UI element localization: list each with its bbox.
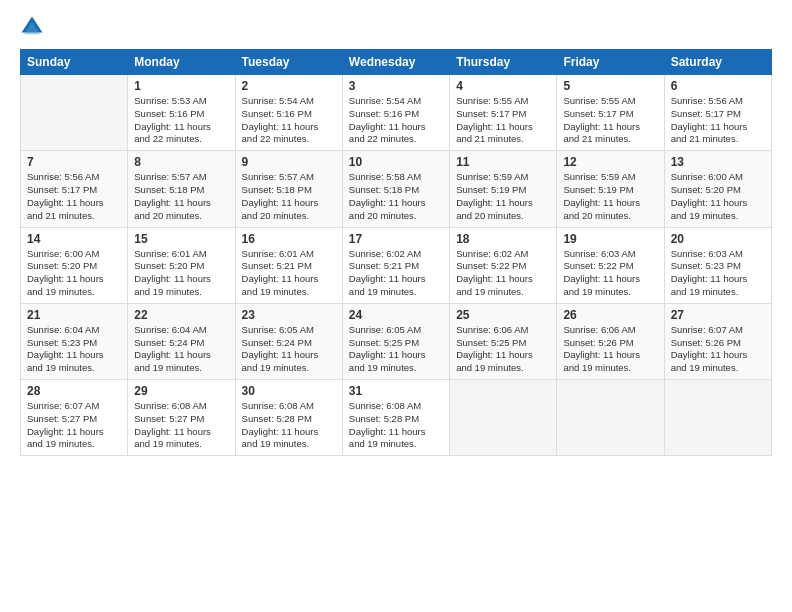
- day-info: Sunrise: 5:55 AM Sunset: 5:17 PM Dayligh…: [456, 95, 550, 146]
- calendar-week-row: 14Sunrise: 6:00 AM Sunset: 5:20 PM Dayli…: [21, 227, 772, 303]
- weekday-header: Thursday: [450, 50, 557, 75]
- day-number: 2: [242, 79, 336, 93]
- day-info: Sunrise: 6:02 AM Sunset: 5:22 PM Dayligh…: [456, 248, 550, 299]
- day-info: Sunrise: 6:01 AM Sunset: 5:20 PM Dayligh…: [134, 248, 228, 299]
- calendar-day-cell: 5Sunrise: 5:55 AM Sunset: 5:17 PM Daylig…: [557, 75, 664, 151]
- calendar-day-cell: [664, 380, 771, 456]
- day-number: 24: [349, 308, 443, 322]
- weekday-header: Friday: [557, 50, 664, 75]
- day-info: Sunrise: 6:04 AM Sunset: 5:23 PM Dayligh…: [27, 324, 121, 375]
- day-number: 3: [349, 79, 443, 93]
- calendar-day-cell: 24Sunrise: 6:05 AM Sunset: 5:25 PM Dayli…: [342, 303, 449, 379]
- calendar-day-cell: 29Sunrise: 6:08 AM Sunset: 5:27 PM Dayli…: [128, 380, 235, 456]
- calendar-day-cell: 25Sunrise: 6:06 AM Sunset: 5:25 PM Dayli…: [450, 303, 557, 379]
- day-number: 1: [134, 79, 228, 93]
- day-info: Sunrise: 5:57 AM Sunset: 5:18 PM Dayligh…: [134, 171, 228, 222]
- day-info: Sunrise: 6:01 AM Sunset: 5:21 PM Dayligh…: [242, 248, 336, 299]
- day-info: Sunrise: 6:08 AM Sunset: 5:28 PM Dayligh…: [242, 400, 336, 451]
- day-info: Sunrise: 6:03 AM Sunset: 5:22 PM Dayligh…: [563, 248, 657, 299]
- day-info: Sunrise: 6:07 AM Sunset: 5:26 PM Dayligh…: [671, 324, 765, 375]
- calendar-day-cell: 20Sunrise: 6:03 AM Sunset: 5:23 PM Dayli…: [664, 227, 771, 303]
- day-number: 12: [563, 155, 657, 169]
- weekday-header: Monday: [128, 50, 235, 75]
- weekday-header: Tuesday: [235, 50, 342, 75]
- day-info: Sunrise: 6:04 AM Sunset: 5:24 PM Dayligh…: [134, 324, 228, 375]
- calendar-day-cell: [21, 75, 128, 151]
- calendar-day-cell: 27Sunrise: 6:07 AM Sunset: 5:26 PM Dayli…: [664, 303, 771, 379]
- day-info: Sunrise: 5:54 AM Sunset: 5:16 PM Dayligh…: [349, 95, 443, 146]
- day-info: Sunrise: 6:05 AM Sunset: 5:25 PM Dayligh…: [349, 324, 443, 375]
- calendar-day-cell: 8Sunrise: 5:57 AM Sunset: 5:18 PM Daylig…: [128, 151, 235, 227]
- day-info: Sunrise: 5:56 AM Sunset: 5:17 PM Dayligh…: [671, 95, 765, 146]
- day-number: 7: [27, 155, 121, 169]
- calendar-day-cell: 12Sunrise: 5:59 AM Sunset: 5:19 PM Dayli…: [557, 151, 664, 227]
- day-number: 27: [671, 308, 765, 322]
- day-info: Sunrise: 5:59 AM Sunset: 5:19 PM Dayligh…: [456, 171, 550, 222]
- calendar-day-cell: 26Sunrise: 6:06 AM Sunset: 5:26 PM Dayli…: [557, 303, 664, 379]
- calendar-day-cell: 17Sunrise: 6:02 AM Sunset: 5:21 PM Dayli…: [342, 227, 449, 303]
- day-number: 13: [671, 155, 765, 169]
- day-number: 28: [27, 384, 121, 398]
- calendar-week-row: 21Sunrise: 6:04 AM Sunset: 5:23 PM Dayli…: [21, 303, 772, 379]
- calendar-day-cell: 11Sunrise: 5:59 AM Sunset: 5:19 PM Dayli…: [450, 151, 557, 227]
- day-info: Sunrise: 5:55 AM Sunset: 5:17 PM Dayligh…: [563, 95, 657, 146]
- day-number: 6: [671, 79, 765, 93]
- weekday-header: Sunday: [21, 50, 128, 75]
- weekday-header: Saturday: [664, 50, 771, 75]
- calendar-day-cell: 18Sunrise: 6:02 AM Sunset: 5:22 PM Dayli…: [450, 227, 557, 303]
- calendar-day-cell: 22Sunrise: 6:04 AM Sunset: 5:24 PM Dayli…: [128, 303, 235, 379]
- day-number: 4: [456, 79, 550, 93]
- calendar-day-cell: 7Sunrise: 5:56 AM Sunset: 5:17 PM Daylig…: [21, 151, 128, 227]
- day-number: 8: [134, 155, 228, 169]
- day-number: 22: [134, 308, 228, 322]
- calendar-week-row: 28Sunrise: 6:07 AM Sunset: 5:27 PM Dayli…: [21, 380, 772, 456]
- calendar-day-cell: [450, 380, 557, 456]
- day-info: Sunrise: 6:00 AM Sunset: 5:20 PM Dayligh…: [671, 171, 765, 222]
- calendar-day-cell: 14Sunrise: 6:00 AM Sunset: 5:20 PM Dayli…: [21, 227, 128, 303]
- logo: [20, 15, 48, 39]
- calendar-day-cell: 9Sunrise: 5:57 AM Sunset: 5:18 PM Daylig…: [235, 151, 342, 227]
- day-number: 16: [242, 232, 336, 246]
- day-info: Sunrise: 5:56 AM Sunset: 5:17 PM Dayligh…: [27, 171, 121, 222]
- calendar-table: SundayMondayTuesdayWednesdayThursdayFrid…: [20, 49, 772, 456]
- calendar-week-row: 7Sunrise: 5:56 AM Sunset: 5:17 PM Daylig…: [21, 151, 772, 227]
- day-number: 11: [456, 155, 550, 169]
- page-header: [20, 15, 772, 39]
- day-info: Sunrise: 6:00 AM Sunset: 5:20 PM Dayligh…: [27, 248, 121, 299]
- calendar-day-cell: [557, 380, 664, 456]
- calendar-day-cell: 30Sunrise: 6:08 AM Sunset: 5:28 PM Dayli…: [235, 380, 342, 456]
- day-number: 10: [349, 155, 443, 169]
- calendar-week-row: 1Sunrise: 5:53 AM Sunset: 5:16 PM Daylig…: [21, 75, 772, 151]
- day-info: Sunrise: 5:53 AM Sunset: 5:16 PM Dayligh…: [134, 95, 228, 146]
- calendar-day-cell: 10Sunrise: 5:58 AM Sunset: 5:18 PM Dayli…: [342, 151, 449, 227]
- weekday-header: Wednesday: [342, 50, 449, 75]
- day-info: Sunrise: 5:59 AM Sunset: 5:19 PM Dayligh…: [563, 171, 657, 222]
- day-number: 30: [242, 384, 336, 398]
- calendar-day-cell: 23Sunrise: 6:05 AM Sunset: 5:24 PM Dayli…: [235, 303, 342, 379]
- day-number: 31: [349, 384, 443, 398]
- calendar-header-row: SundayMondayTuesdayWednesdayThursdayFrid…: [21, 50, 772, 75]
- logo-icon: [20, 15, 44, 39]
- calendar-day-cell: 6Sunrise: 5:56 AM Sunset: 5:17 PM Daylig…: [664, 75, 771, 151]
- day-number: 20: [671, 232, 765, 246]
- day-number: 19: [563, 232, 657, 246]
- day-info: Sunrise: 6:06 AM Sunset: 5:25 PM Dayligh…: [456, 324, 550, 375]
- day-number: 18: [456, 232, 550, 246]
- day-info: Sunrise: 6:05 AM Sunset: 5:24 PM Dayligh…: [242, 324, 336, 375]
- day-number: 5: [563, 79, 657, 93]
- day-info: Sunrise: 6:02 AM Sunset: 5:21 PM Dayligh…: [349, 248, 443, 299]
- calendar-day-cell: 15Sunrise: 6:01 AM Sunset: 5:20 PM Dayli…: [128, 227, 235, 303]
- calendar-day-cell: 3Sunrise: 5:54 AM Sunset: 5:16 PM Daylig…: [342, 75, 449, 151]
- day-info: Sunrise: 5:54 AM Sunset: 5:16 PM Dayligh…: [242, 95, 336, 146]
- day-info: Sunrise: 6:06 AM Sunset: 5:26 PM Dayligh…: [563, 324, 657, 375]
- calendar-day-cell: 4Sunrise: 5:55 AM Sunset: 5:17 PM Daylig…: [450, 75, 557, 151]
- day-number: 17: [349, 232, 443, 246]
- day-number: 23: [242, 308, 336, 322]
- day-number: 21: [27, 308, 121, 322]
- calendar-day-cell: 21Sunrise: 6:04 AM Sunset: 5:23 PM Dayli…: [21, 303, 128, 379]
- day-number: 14: [27, 232, 121, 246]
- day-info: Sunrise: 5:58 AM Sunset: 5:18 PM Dayligh…: [349, 171, 443, 222]
- day-number: 26: [563, 308, 657, 322]
- calendar-day-cell: 16Sunrise: 6:01 AM Sunset: 5:21 PM Dayli…: [235, 227, 342, 303]
- day-number: 15: [134, 232, 228, 246]
